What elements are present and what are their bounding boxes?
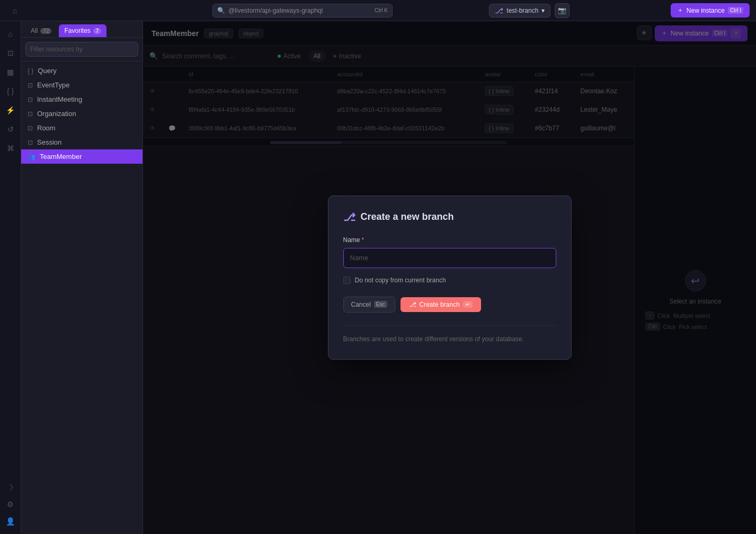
nav-settings2-icon[interactable]: ⚙ [2,496,19,513]
room-icon: ⊡ [28,124,33,132]
instantmeeting-icon: ⊡ [28,96,33,103]
room-label: Room [37,124,56,132]
global-search[interactable]: 🔍 @livestorm/api-gateways-graphql Ctrl K [212,4,393,17]
modal-title-area: ⎇ Create a new branch [343,211,556,224]
sidebar-item-query[interactable]: { } Query [21,64,143,78]
sidebar-search-area [21,38,143,61]
modal-title-text: Create a new branch [361,211,454,222]
instantmeeting-label: InstantMeeting [37,95,82,103]
branch-name-input[interactable] [343,248,556,268]
nav-code-icon[interactable]: { } [2,83,19,100]
create-branch-modal: ⎇ Create a new branch Name * Do not copy… [328,195,572,360]
session-icon: ⊡ [28,139,33,146]
modal-actions: Cancel Esc ⎇ Create branch ↵ [343,297,556,313]
sidebar-tab-favorites[interactable]: Favorites 7 [59,24,106,37]
top-bar: ⌂ 🔍 @livestorm/api-gateways-graphql Ctrl… [0,0,756,21]
checkbox-row: Do not copy from current branch [343,277,556,284]
sidebar: All 72 Favorites 7 { } Query ⊡ EventType… [21,21,143,534]
favorites-tab-count: 7 [93,28,102,34]
modal-description: Branches are used to create different ve… [343,334,556,344]
nav-chart-icon[interactable]: ▦ [2,64,19,81]
checkbox-label: Do not copy from current branch [355,277,446,284]
sidebar-item-room[interactable]: ⊡ Room [21,121,143,135]
sidebar-tab-all[interactable]: All 72 [25,24,57,37]
home-nav-icon[interactable]: ⌂ [6,2,23,19]
left-nav: ⌂ ⊡ ▦ { } ⚡ ↺ ⌘ ☽ ⚙ 👤 [0,21,21,534]
search-icon: 🔍 [217,7,225,14]
query-icon: { } [28,67,33,75]
eventtype-icon: ⊡ [28,82,33,89]
chevron-down-icon: ▾ [541,7,545,14]
main-content: TeamMember graphql object ★ ＋ New instan… [143,21,756,534]
organization-label: Organization [37,110,76,118]
modal-divider [343,325,556,326]
sidebar-item-session[interactable]: ⊡ Session [21,135,143,149]
new-instance-button[interactable]: ＋ New instance Ctrl I [671,3,750,17]
eventtype-label: EventType [37,81,69,89]
new-instance-shortcut: Ctrl I [728,7,743,14]
session-label: Session [37,138,61,146]
all-tab-label: All [31,27,38,34]
organization-icon: ⊡ [28,110,33,118]
modal-branch-icon: ⎇ [343,211,355,224]
name-label-text: Name [343,236,360,244]
new-instance-label: New instance [687,7,725,14]
camera-button[interactable]: 📷 [555,3,570,18]
query-label: Query [38,67,56,75]
nav-history-icon[interactable]: ↺ [2,121,19,138]
branch-selector[interactable]: ⎇ test-branch ▾ [489,4,550,17]
teammember-icon: 👥 [28,153,35,161]
nav-avatar-icon[interactable]: 👤 [2,513,19,530]
copy-branch-checkbox[interactable] [343,277,351,284]
sidebar-item-instantmeeting[interactable]: ⊡ InstantMeeting [21,92,143,106]
nav-home-icon[interactable]: ⌂ [2,25,19,42]
nav-lightning-icon[interactable]: ⚡ [2,102,19,119]
cancel-label: Cancel [351,301,371,308]
nav-bottom: ☽ ⚙ 👤 [2,479,19,530]
required-indicator: * [362,236,364,244]
branch-name: test-branch [506,7,538,14]
create-branch-icon: ⎇ [409,301,416,308]
nav-moon-icon[interactable]: ☽ [2,479,19,496]
branch-icon: ⎇ [495,6,503,15]
create-branch-button[interactable]: ⎇ Create branch ↵ [401,297,481,312]
plus-icon: ＋ [677,6,683,15]
cancel-button[interactable]: Cancel Esc [343,297,395,313]
sidebar-tabs: All 72 Favorites 7 [21,21,143,38]
filter-resources-input[interactable] [25,42,138,57]
sidebar-item-teammember[interactable]: 👥 TeamMember [21,149,143,164]
sidebar-item-organization[interactable]: ⊡ Organization [21,106,143,121]
cancel-shortcut: Esc [374,301,387,308]
modal-name-label: Name * [343,236,556,244]
sidebar-items: { } Query ⊡ EventType ⊡ InstantMeeting ⊡… [21,61,143,534]
nav-database-icon[interactable]: ⊡ [2,44,19,61]
main-layout: ⌂ ⊡ ▦ { } ⚡ ↺ ⌘ ☽ ⚙ 👤 All 72 Favorites 7 [0,21,756,534]
search-text: @livestorm/api-gateways-graphql [228,7,323,14]
favorites-tab-label: Favorites [64,27,90,34]
search-shortcut: Ctrl K [375,7,388,13]
teammember-label: TeamMember [40,153,82,161]
create-branch-label: Create branch [420,301,460,308]
create-branch-shortcut: ↵ [463,301,473,308]
sidebar-item-eventtype[interactable]: ⊡ EventType [21,78,143,92]
nav-network-icon[interactable]: ⌘ [2,140,19,157]
all-tab-count: 72 [40,28,51,34]
modal-overlay[interactable]: ⎇ Create a new branch Name * Do not copy… [143,21,756,534]
